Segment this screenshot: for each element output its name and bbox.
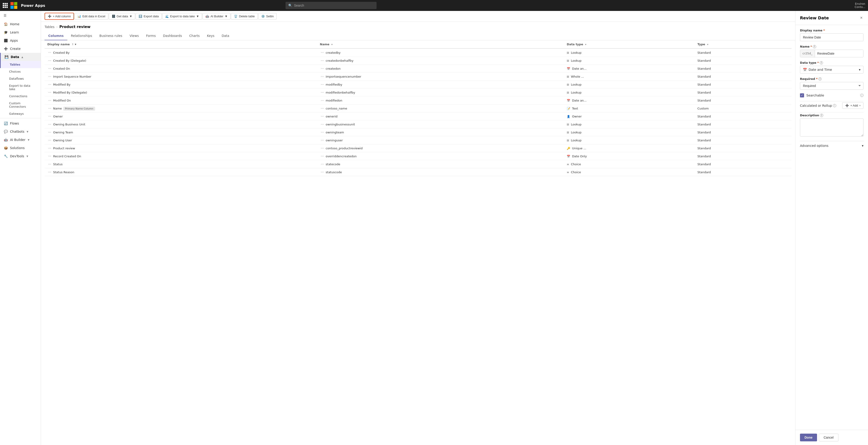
row-menu-button[interactable]: ··· bbox=[47, 138, 52, 142]
display-name-input[interactable] bbox=[800, 33, 863, 41]
sidebar-item-data[interactable]: 💾 Data ▲ bbox=[0, 53, 41, 61]
row-menu-button[interactable]: ··· bbox=[47, 82, 52, 87]
row-name-menu-button[interactable]: ··· bbox=[320, 75, 325, 79]
sidebar-toggle[interactable]: ☰ bbox=[0, 11, 41, 20]
row-menu-button[interactable]: ··· bbox=[47, 59, 52, 63]
row-name-menu-button[interactable]: ··· bbox=[320, 90, 325, 94]
row-name-menu-button[interactable]: ··· bbox=[320, 162, 325, 166]
sidebar-item-choices[interactable]: Choices bbox=[0, 68, 41, 75]
breadcrumb-tables-link[interactable]: Tables bbox=[44, 25, 55, 29]
row-name-menu-button[interactable]: ··· bbox=[320, 82, 325, 87]
breadcrumb-current: Product review bbox=[59, 25, 90, 29]
tab-columns[interactable]: Columns bbox=[44, 32, 67, 40]
sidebar-item-home[interactable]: 🏠 Home bbox=[0, 20, 41, 28]
searchable-checkbox[interactable]: ✓ bbox=[800, 93, 804, 97]
row-name-menu-button[interactable]: ··· bbox=[320, 106, 325, 110]
sidebar-item-custom-connectors[interactable]: Custom Connectors bbox=[0, 100, 41, 110]
name-input[interactable] bbox=[815, 50, 863, 57]
row-menu-button[interactable]: ··· bbox=[47, 170, 52, 174]
data-type-icon: 📅 bbox=[567, 99, 570, 102]
sidebar-item-ai-builder[interactable]: 🤖 AI Builder ▼ bbox=[0, 136, 41, 144]
row-menu-button[interactable]: ··· bbox=[47, 130, 52, 134]
name-required-asterisk: * bbox=[810, 45, 812, 48]
row-name-menu-button[interactable]: ··· bbox=[320, 154, 325, 158]
devtools-chevron-icon: ▼ bbox=[26, 155, 28, 157]
sidebar-item-solutions[interactable]: 📦 Solutions bbox=[0, 144, 41, 152]
done-button[interactable]: Done bbox=[800, 434, 817, 441]
panel-close-button[interactable]: × bbox=[859, 14, 863, 21]
data-type-select[interactable]: 📅 Date and Time ▾ bbox=[800, 66, 863, 73]
sidebar-item-connections[interactable]: Connections bbox=[0, 93, 41, 100]
tab-views[interactable]: Views bbox=[126, 32, 143, 40]
sidebar-item-export-lake[interactable]: Export to data lake bbox=[0, 82, 41, 93]
cell-data-type: ≡ Choice bbox=[564, 160, 694, 168]
row-menu-button[interactable]: ··· bbox=[47, 51, 52, 55]
row-menu-button[interactable]: ··· bbox=[47, 162, 52, 166]
row-name-menu-button[interactable]: ··· bbox=[320, 130, 325, 134]
microsoft-logo[interactable] bbox=[10, 2, 17, 9]
tab-data[interactable]: Data bbox=[218, 32, 233, 40]
row-name-menu-button[interactable]: ··· bbox=[320, 114, 325, 118]
environment-info[interactable]: Environ Conto... bbox=[855, 2, 865, 9]
data-type-info-icon[interactable]: i bbox=[820, 61, 823, 64]
col-header-name[interactable]: Name ▾ bbox=[317, 40, 564, 49]
row-menu-button[interactable]: ··· bbox=[47, 154, 52, 158]
col-header-type[interactable]: Type ▾ bbox=[694, 40, 792, 49]
col-header-data-type[interactable]: Data type ▾ bbox=[564, 40, 694, 49]
row-name-menu-button[interactable]: ··· bbox=[320, 51, 325, 55]
search-input[interactable] bbox=[294, 4, 374, 7]
add-column-button[interactable]: ➕ + Add column bbox=[44, 13, 74, 20]
sidebar-item-chatbots[interactable]: 💬 Chatbots ▼ bbox=[0, 127, 41, 136]
row-name-menu-button[interactable]: ··· bbox=[320, 146, 325, 150]
sidebar-item-gateways[interactable]: Gateways bbox=[0, 110, 41, 117]
row-name-menu-button[interactable]: ··· bbox=[320, 98, 325, 102]
export-data-button[interactable]: ⬆️ Export data bbox=[135, 13, 162, 20]
row-name-menu-button[interactable]: ··· bbox=[320, 66, 325, 70]
searchable-info-icon[interactable]: i bbox=[860, 94, 863, 97]
row-menu-button[interactable]: ··· bbox=[47, 122, 52, 126]
advanced-options-row[interactable]: Advanced options ▾ bbox=[800, 141, 863, 150]
settings-button[interactable]: ⚙️ Settin bbox=[258, 13, 277, 20]
col-header-display-name[interactable]: Display name ↑ ▾ bbox=[44, 40, 317, 49]
cancel-button[interactable]: Cancel bbox=[819, 434, 838, 441]
tab-keys[interactable]: Keys bbox=[204, 32, 218, 40]
row-name-menu-button[interactable]: ··· bbox=[320, 138, 325, 142]
name-info-icon[interactable]: i bbox=[813, 45, 816, 48]
tab-relationships[interactable]: Relationships bbox=[67, 32, 96, 40]
row-menu-button[interactable]: ··· bbox=[47, 106, 52, 110]
calc-rollup-info-icon[interactable]: i bbox=[833, 104, 836, 107]
tab-dashboards[interactable]: Dashboards bbox=[159, 32, 186, 40]
sidebar-item-dataflows[interactable]: Dataflows bbox=[0, 75, 41, 82]
tab-charts[interactable]: Charts bbox=[186, 32, 204, 40]
sidebar-item-tables[interactable]: Tables bbox=[0, 61, 41, 68]
delete-table-button[interactable]: 🗑️ Delete table bbox=[231, 13, 257, 20]
sidebar-item-create[interactable]: ➕ Create bbox=[0, 44, 41, 53]
search-box[interactable]: 🔍 bbox=[285, 2, 377, 9]
edit-excel-button[interactable]: 📊 Edit data in Excel bbox=[74, 13, 108, 20]
required-select[interactable]: Required bbox=[800, 82, 863, 90]
waffle-menu-button[interactable] bbox=[3, 3, 8, 8]
row-menu-button[interactable]: ··· bbox=[47, 66, 52, 70]
required-info-icon[interactable]: i bbox=[818, 78, 822, 81]
sidebar-item-learn[interactable]: 🎓 Learn bbox=[0, 28, 41, 36]
row-menu-button[interactable]: ··· bbox=[47, 114, 52, 118]
sidebar-item-apps[interactable]: ⬛ Apps bbox=[0, 36, 41, 44]
tab-business-rules[interactable]: Business rules bbox=[96, 32, 126, 40]
row-menu-button[interactable]: ··· bbox=[47, 146, 52, 150]
ai-builder-button[interactable]: 🤖 AI Builder ▼ bbox=[203, 13, 230, 20]
add-calc-rollup-button[interactable]: ➕ + Add ▾ bbox=[842, 102, 863, 109]
filter-icon[interactable]: ▾ bbox=[75, 42, 76, 46]
row-menu-button[interactable]: ··· bbox=[47, 75, 52, 79]
get-data-button[interactable]: 🗄️ Get data ▼ bbox=[109, 13, 135, 20]
tab-forms[interactable]: Forms bbox=[143, 32, 159, 40]
row-menu-button[interactable]: ··· bbox=[47, 98, 52, 102]
row-name-menu-button[interactable]: ··· bbox=[320, 122, 325, 126]
sidebar-item-devtools[interactable]: 🔧 DevTools ▼ bbox=[0, 152, 41, 160]
export-data-lake-button[interactable]: 🌊 Export to data lake ▼ bbox=[162, 13, 202, 20]
row-menu-button[interactable]: ··· bbox=[47, 90, 52, 94]
row-name-menu-button[interactable]: ··· bbox=[320, 170, 325, 174]
description-textarea[interactable] bbox=[800, 118, 863, 137]
sidebar-item-flows[interactable]: 🔄 Flows bbox=[0, 119, 41, 127]
description-info-icon[interactable]: i bbox=[820, 114, 823, 117]
row-name-menu-button[interactable]: ··· bbox=[320, 59, 325, 63]
